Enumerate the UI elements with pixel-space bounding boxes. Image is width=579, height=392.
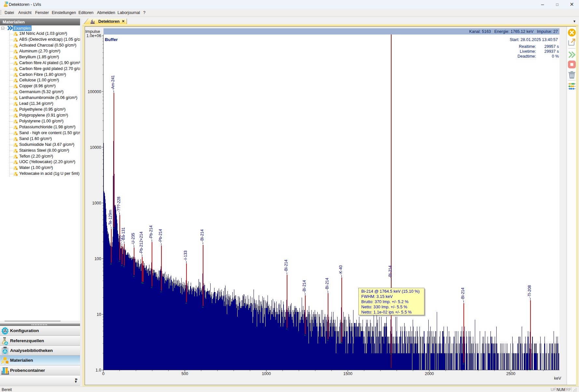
svg-text:-Tl-208: -Tl-208 <box>527 285 532 298</box>
svg-text:-I-133: -I-133 <box>183 250 188 261</box>
svg-text:29957 s: 29957 s <box>545 44 559 49</box>
svg-text:Start: 28.01.2025 13:40:57: Start: 28.01.2025 13:40:57 <box>510 37 558 42</box>
svg-text:-Bi-214: -Bi-214 <box>325 278 329 290</box>
svg-text:Livetime:: Livetime: <box>520 49 536 54</box>
svg-text:1000: 1000 <box>92 201 101 205</box>
svg-text:1500: 1500 <box>343 371 352 376</box>
svg-text:-Bi-214: -Bi-214 <box>200 229 204 242</box>
svg-text:-Am-241: -Am-241 <box>111 75 115 90</box>
svg-text:-Pb-214: -Pb-214 <box>149 225 153 239</box>
svg-text:10000: 10000 <box>90 145 101 150</box>
svg-text:1000: 1000 <box>262 371 271 376</box>
svg-text:-U-235: -U-235 <box>131 233 135 245</box>
svg-text:-Te-129m: -Te-129m <box>108 210 113 226</box>
svg-text:keV: keV <box>554 376 561 381</box>
svg-text:10: 10 <box>97 312 101 317</box>
svg-text:100: 100 <box>94 257 101 261</box>
svg-text:100000: 100000 <box>88 90 101 94</box>
svg-text:2500: 2500 <box>506 371 516 376</box>
svg-text:-Bi-214: -Bi-214 <box>302 280 307 293</box>
svg-text:-Pb-214: -Pb-214 <box>158 229 163 243</box>
svg-text:Realtime:: Realtime: <box>519 44 536 49</box>
svg-text:Kanal: 5163 Energie: 1765.12: Kanal: 5163 Energie: 1765.12 keV Impulse… <box>469 29 558 34</box>
svg-text:Buffer: Buffer <box>105 37 118 42</box>
svg-text:1.0e+06: 1.0e+06 <box>86 34 101 38</box>
svg-text:-K-40: -K-40 <box>338 265 343 275</box>
svg-text:-Pb-212+214: -Pb-212+214 <box>139 231 144 254</box>
svg-text:-Bi-214: -Bi-214 <box>284 259 288 272</box>
svg-text:-Bi-214: -Bi-214 <box>461 287 465 300</box>
svg-text:0: 0 <box>102 371 104 376</box>
svg-text:Deadtime:: Deadtime: <box>517 54 536 59</box>
svg-text:Impulse: Impulse <box>85 29 100 34</box>
svg-text:2000: 2000 <box>425 371 434 376</box>
svg-text:-Ba-131: -Ba-131 <box>121 227 126 241</box>
svg-text:1.0: 1.0 <box>96 368 101 372</box>
svg-text:0 %: 0 % <box>552 54 559 59</box>
svg-text:-???-228: -???-228 <box>117 197 121 212</box>
svg-text:500: 500 <box>181 371 188 376</box>
svg-text:29937 s: 29937 s <box>545 49 559 54</box>
svg-text:-Bi-214: -Bi-214 <box>388 265 393 278</box>
